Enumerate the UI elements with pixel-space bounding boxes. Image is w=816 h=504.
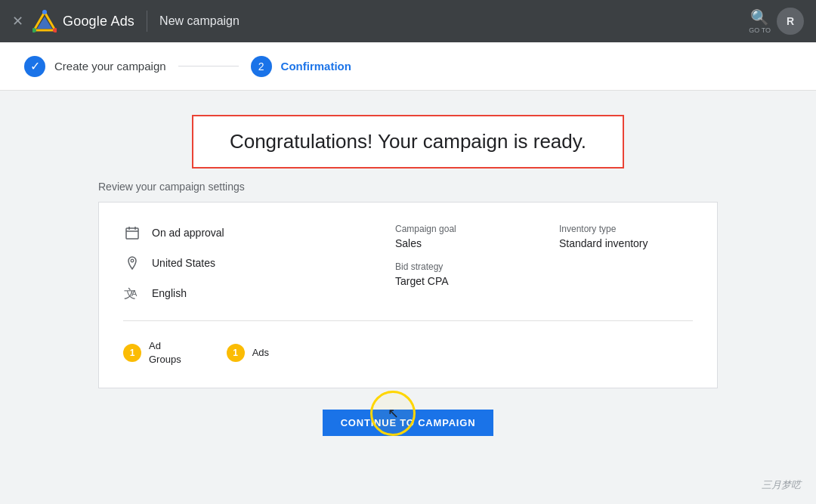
schedule-row: On ad approval [123, 224, 335, 242]
google-ads-logo: Google Ads [32, 9, 134, 33]
ads-label: Ads [252, 346, 269, 360]
cursor-highlight: ↖ [370, 391, 416, 436]
checkmark-icon: ✓ [30, 59, 40, 73]
location-icon [123, 254, 141, 272]
inventory-type-label: Inventory type [559, 224, 693, 234]
go-to-label: GO TO [749, 26, 771, 34]
stepper-bar: ✓ Create your campaign 2 Confirmation [0, 42, 816, 91]
search-icon: 🔍 [750, 8, 769, 26]
location-row: United States [123, 254, 335, 272]
settings-right-column: Inventory type Standard inventory [529, 224, 693, 302]
step-1-check-circle: ✓ [24, 56, 45, 77]
language-icon: 文 A [123, 284, 141, 302]
watermark: 三月梦呓 [762, 478, 801, 492]
settings-bottom-section: 1 AdGroups 1 Ads [123, 336, 693, 366]
top-nav-bar: ✕ Google Ads New campaign 🔍 GO TO R [0, 0, 816, 42]
settings-top-section: On ad approval United States [123, 224, 693, 321]
svg-point-2 [42, 10, 47, 14]
nav-divider [147, 11, 147, 32]
language-value: English [152, 287, 187, 299]
ad-groups-count-item: 1 AdGroups [123, 339, 181, 366]
congratulations-box: Congratulations! Your campaign is ready. [192, 115, 624, 169]
ads-count-item: 1 Ads [227, 344, 269, 362]
settings-left-column: On ad approval United States [123, 224, 335, 302]
bid-strategy-label: Bid strategy [395, 261, 529, 272]
main-content: Congratulations! Your campaign is ready.… [0, 91, 816, 436]
google-ads-label: Google Ads [63, 14, 134, 29]
ad-groups-badge: 1 [123, 344, 141, 362]
search-button[interactable]: 🔍 GO TO [749, 8, 771, 34]
content-wrapper: Congratulations! Your campaign is ready.… [98, 115, 718, 436]
bid-strategy-section: Bid strategy Target CPA [395, 261, 529, 287]
inventory-type-section: Inventory type Standard inventory [559, 224, 693, 249]
step-2-number: 2 [258, 60, 264, 73]
step-2-number-circle: 2 [251, 56, 272, 77]
campaign-goal-label: Campaign goal [395, 224, 529, 234]
svg-point-9 [131, 259, 134, 262]
google-ads-icon [32, 9, 57, 33]
svg-rect-5 [126, 228, 138, 239]
schedule-value: On ad approval [152, 227, 224, 239]
ad-groups-label: AdGroups [149, 339, 181, 366]
nav-campaign-title: New campaign [159, 14, 240, 28]
bid-strategy-value: Target CPA [395, 275, 529, 287]
step-1-label: Create your campaign [54, 60, 166, 73]
location-value: United States [152, 257, 215, 269]
step-2-label: Confirmation [281, 60, 351, 73]
campaign-goal-value: Sales [395, 237, 529, 249]
settings-middle-column: Campaign goal Sales Bid strategy Target … [335, 224, 529, 302]
ads-badge: 1 [227, 344, 245, 362]
cursor-circle: ↖ [370, 391, 416, 436]
step-1: ✓ Create your campaign [24, 56, 166, 77]
campaign-goal-section: Campaign goal Sales [395, 224, 529, 249]
language-row: 文 A English [123, 284, 335, 302]
cursor-arrow-icon: ↖ [388, 405, 399, 422]
user-avatar[interactable]: R [777, 8, 804, 35]
step-connector [178, 66, 239, 66]
nav-right-section: 🔍 GO TO R [749, 8, 804, 35]
close-button[interactable]: ✕ [12, 14, 23, 28]
inventory-type-value: Standard inventory [559, 237, 693, 249]
congratulations-text: Congratulations! Your campaign is ready. [230, 130, 586, 153]
calendar-icon [123, 224, 141, 242]
step-2: 2 Confirmation [251, 56, 351, 77]
review-settings-label: Review your campaign settings [98, 181, 718, 193]
svg-text:A: A [131, 289, 138, 298]
settings-card: On ad approval United States [98, 202, 718, 388]
